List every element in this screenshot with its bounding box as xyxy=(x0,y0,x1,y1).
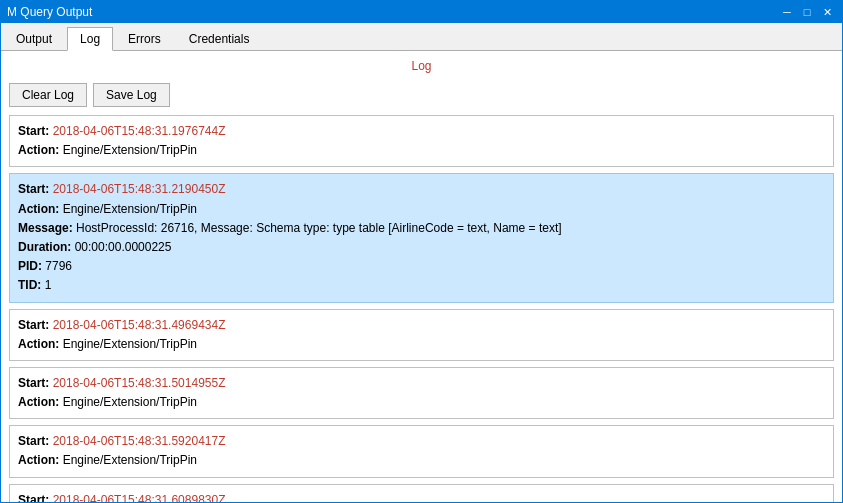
clear-log-button[interactable]: Clear Log xyxy=(9,83,87,107)
window-title: M Query Output xyxy=(7,5,92,19)
log-entry[interactable]: Start: 2018-04-06T15:48:31.1976744ZActio… xyxy=(9,115,834,167)
log-field: PID: 7796 xyxy=(18,257,825,276)
log-field: TID: 1 xyxy=(18,276,825,295)
log-container[interactable]: Start: 2018-04-06T15:48:31.1976744ZActio… xyxy=(1,115,842,502)
save-log-button[interactable]: Save Log xyxy=(93,83,170,107)
log-field: Duration: 00:00:00.0000225 xyxy=(18,238,825,257)
log-field: Message: HostProcessId: 26716, Message: … xyxy=(18,219,825,238)
log-field: Start: 2018-04-06T15:48:31.5014955Z xyxy=(18,374,825,393)
log-field: Action: Engine/Extension/TripPin xyxy=(18,335,825,354)
log-entry[interactable]: Start: 2018-04-06T15:48:31.2190450ZActio… xyxy=(9,173,834,302)
minimize-button[interactable]: ─ xyxy=(778,4,796,20)
content-area: Log Clear Log Save Log Start: 2018-04-06… xyxy=(1,51,842,502)
title-bar: M Query Output ─ □ ✕ xyxy=(1,1,842,23)
log-field: Start: 2018-04-06T15:48:31.5920417Z xyxy=(18,432,825,451)
title-bar-controls: ─ □ ✕ xyxy=(778,4,836,20)
main-window: M Query Output ─ □ ✕ Output Log Errors C… xyxy=(0,0,843,503)
log-field: Action: Engine/Extension/TripPin xyxy=(18,451,825,470)
log-title: Log xyxy=(1,51,842,79)
log-field: Start: 2018-04-06T15:48:31.6089830Z xyxy=(18,491,825,502)
tab-output[interactable]: Output xyxy=(3,27,65,50)
tab-credentials[interactable]: Credentials xyxy=(176,27,263,50)
log-field: Action: Engine/Extension/TripPin xyxy=(18,200,825,219)
log-field: Start: 2018-04-06T15:48:31.4969434Z xyxy=(18,316,825,335)
toolbar: Clear Log Save Log xyxy=(1,79,842,115)
log-entry[interactable]: Start: 2018-04-06T15:48:31.6089830ZActio… xyxy=(9,484,834,502)
log-field: Action: Engine/Extension/TripPin xyxy=(18,393,825,412)
tabs-bar: Output Log Errors Credentials xyxy=(1,23,842,51)
log-entry[interactable]: Start: 2018-04-06T15:48:31.5014955ZActio… xyxy=(9,367,834,419)
log-entry[interactable]: Start: 2018-04-06T15:48:31.4969434ZActio… xyxy=(9,309,834,361)
log-field: Action: Engine/Extension/TripPin xyxy=(18,141,825,160)
log-field: Start: 2018-04-06T15:48:31.1976744Z xyxy=(18,122,825,141)
maximize-button[interactable]: □ xyxy=(798,4,816,20)
close-button[interactable]: ✕ xyxy=(818,4,836,20)
tab-errors[interactable]: Errors xyxy=(115,27,174,50)
log-field: Start: 2018-04-06T15:48:31.2190450Z xyxy=(18,180,825,199)
log-entry[interactable]: Start: 2018-04-06T15:48:31.5920417ZActio… xyxy=(9,425,834,477)
tab-log[interactable]: Log xyxy=(67,27,113,51)
